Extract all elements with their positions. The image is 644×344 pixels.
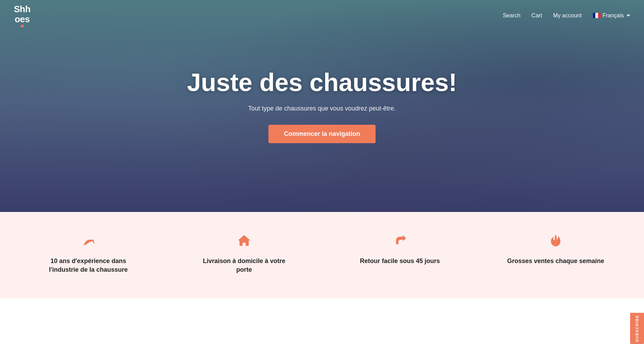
language-label: Français — [603, 13, 624, 19]
france-flag-icon — [593, 13, 601, 18]
chevron-down-icon — [627, 15, 630, 17]
feature-item: 10 ans d'expérience dans l'industrie de … — [40, 233, 137, 274]
hero-content: Juste des chaussures! Tout type de chaus… — [180, 69, 464, 143]
feature-item: Livraison à domicile à votre porte — [195, 233, 293, 274]
logo-text-line2: oes — [15, 14, 30, 24]
hero-section: Juste des chaussures! Tout type de chaus… — [0, 0, 644, 212]
feature-icon — [236, 233, 252, 251]
hero-cta-button[interactable]: Commencer la navigation — [268, 125, 375, 143]
logo-dot-decoration — [17, 25, 27, 27]
language-selector[interactable]: Français — [593, 13, 630, 19]
hero-title: Juste des chaussures! — [187, 69, 457, 96]
feature-icon — [392, 233, 408, 251]
logo-text-line1: Shh — [14, 4, 31, 14]
feature-item: Grosses ventes chaque semaine — [507, 233, 604, 265]
my-account-nav-link[interactable]: My account — [553, 13, 582, 19]
main-nav: Search Cart My account Français — [503, 13, 630, 19]
header: Shh oes Search Cart My account Français — [0, 0, 644, 31]
hero-subtitle: Tout type de chaussures que vous voudrez… — [187, 105, 457, 112]
features-section: 10 ans d'expérience dans l'industrie de … — [0, 212, 644, 298]
feature-icon — [81, 233, 96, 251]
search-nav-link[interactable]: Search — [503, 13, 521, 19]
cart-nav-link[interactable]: Cart — [532, 13, 542, 19]
feature-text: Grosses ventes chaque semaine — [507, 257, 604, 265]
logo[interactable]: Shh oes — [14, 4, 31, 27]
feature-item: Retour facile sous 45 jours — [351, 233, 449, 265]
feature-text: Livraison à domicile à votre porte — [195, 257, 293, 274]
feature-text: 10 ans d'expérience dans l'industrie de … — [40, 257, 137, 274]
feature-icon — [548, 233, 563, 251]
feature-text: Retour facile sous 45 jours — [360, 257, 440, 265]
